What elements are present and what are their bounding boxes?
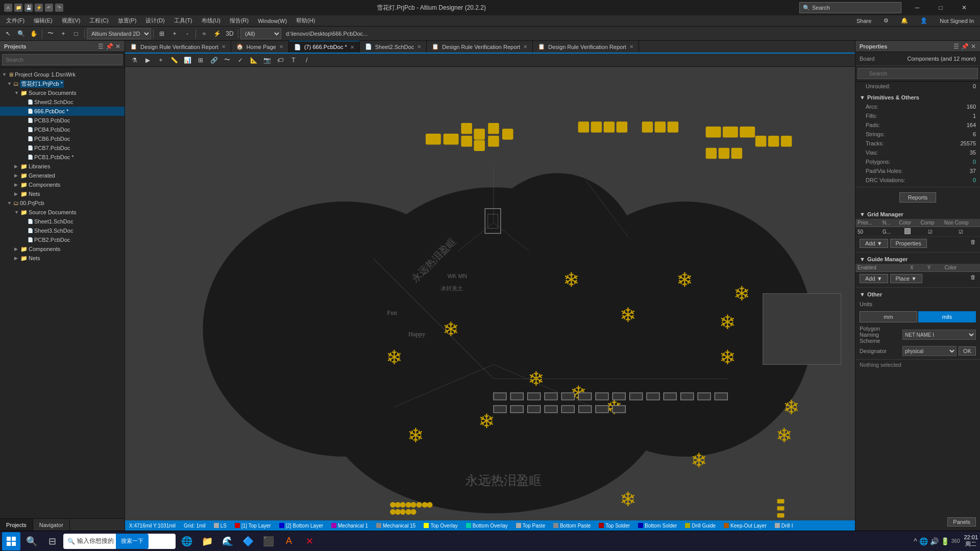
toolbar-zoom-btn[interactable]: 🔍	[15, 28, 27, 40]
menu-tools[interactable]: 工具(T)	[170, 15, 197, 27]
mils-button[interactable]: mils	[918, 311, 976, 322]
draw-icon[interactable]: /	[301, 54, 313, 66]
layer-ls[interactable]: LS	[214, 523, 227, 529]
taskbar-search-button[interactable]: 搜索一下	[116, 534, 149, 549]
menu-window[interactable]: Window(W)	[254, 15, 291, 27]
cursor-icon[interactable]: +	[155, 54, 167, 66]
toolbar-place-btn[interactable]: +	[57, 28, 69, 40]
layer-top-solder[interactable]: Top Solder	[599, 523, 630, 529]
guide-manager-header[interactable]: ▼ Guide Manager	[855, 255, 980, 264]
toolbar-icon-4[interactable]: ↶	[45, 4, 53, 12]
tree-item-components-2[interactable]: ▶ 📁 Components	[0, 244, 125, 254]
panels-button[interactable]: Panels	[947, 517, 976, 527]
layer-top-overlay[interactable]: Top Overlay	[424, 523, 457, 529]
tree-item-nets-1[interactable]: ▶ 📁 Nets	[0, 189, 125, 198]
tab-drc-3[interactable]: 📋 Design Rule Verification Report ✕	[533, 41, 639, 53]
tree-item-pcb2[interactable]: ▶ 📄 PCB2.PcbDoc	[0, 235, 125, 244]
layer-bottom[interactable]: [2] Bottom Layer	[279, 523, 323, 529]
tree-item-pcb1[interactable]: ▶ 📄 PCB1.PcbDoc *	[0, 153, 125, 162]
tray-arrow[interactable]: ^	[914, 537, 917, 545]
play-icon[interactable]: ▶	[141, 54, 154, 66]
notification-icon[interactable]: 🔔	[897, 15, 912, 27]
toolbar-route-btn[interactable]: ≈	[198, 28, 210, 40]
settings-icon[interactable]: ⚙	[879, 15, 893, 27]
tab-drc-1[interactable]: 📋 Design Rule Verification Report ✕	[125, 41, 231, 53]
tab-close-button[interactable]: ✕	[523, 44, 527, 49]
tab-close-button[interactable]: ✕	[350, 44, 354, 50]
layer-bottom-paste[interactable]: Bottom Paste	[553, 523, 591, 529]
toolbar-3d-btn[interactable]: 3D	[224, 28, 236, 40]
drc-icon[interactable]: ✓	[234, 54, 247, 66]
layer-filter-select[interactable]: (All)	[240, 28, 281, 39]
grid-icon[interactable]: ⊞	[194, 54, 207, 66]
layer-drill[interactable]: Drill I	[775, 523, 793, 529]
menu-edit[interactable]: 编辑(E)	[30, 15, 57, 27]
tree-item-source-docs-1[interactable]: ▼ 📁 Source Documents	[0, 88, 125, 97]
toolbar-zoom-out-btn[interactable]: -	[181, 28, 193, 40]
menu-file[interactable]: 文件(F)	[2, 15, 29, 27]
taskbar-icon-explorer[interactable]: 📁	[198, 532, 216, 550]
close-button[interactable]: ✕	[952, 0, 976, 15]
tree-item-pcb7[interactable]: ▶ 📄 PCB7.PcbDoc	[0, 143, 125, 153]
tree-item-pcb6[interactable]: ▶ 📄 PCB6.PcbDoc	[0, 134, 125, 143]
layer-mech15[interactable]: Mechanical 15	[376, 523, 415, 529]
menu-place[interactable]: 放置(P)	[114, 15, 141, 27]
designator-select[interactable]: physical	[902, 346, 957, 356]
panel-menu-icon[interactable]: ☰	[953, 43, 959, 50]
bar-chart-icon[interactable]: 📊	[181, 54, 193, 66]
snap-icon[interactable]: 🔗	[208, 54, 220, 66]
tray-volume[interactable]: 🔊	[930, 537, 939, 545]
label-icon[interactable]: 🏷	[274, 54, 286, 66]
tree-item-sheet2[interactable]: ▶ 📄 Sheet2.SchDoc	[0, 97, 125, 107]
layer-drill-guide[interactable]: Drill Guide	[685, 523, 716, 529]
not-signed-in-label[interactable]: Not Signed In	[936, 15, 978, 27]
camera-icon[interactable]: 📷	[261, 54, 273, 66]
props-search-input[interactable]	[857, 68, 978, 79]
windows-start-button[interactable]	[2, 532, 20, 550]
tree-item-sheet3[interactable]: ▶ 📄 Sheet3.SchDoc	[0, 226, 125, 235]
reports-button[interactable]: Reports	[899, 192, 937, 203]
toolbar-icon-5[interactable]: ↷	[55, 4, 63, 12]
panel-tab-projects[interactable]: Projects	[0, 519, 33, 531]
route-icon[interactable]: 〜	[221, 54, 233, 66]
filter-icon[interactable]: ⚗	[128, 54, 140, 66]
ok-button[interactable]: OK	[959, 346, 976, 356]
toolbar-zoom-all-btn[interactable]: ⊞	[156, 28, 168, 40]
tray-360[interactable]: 360	[951, 538, 960, 544]
tree-item-group[interactable]: ▼ 🖥 Project Group 1.DsnWrk	[0, 70, 125, 79]
grid-properties-button[interactable]: Properties	[890, 239, 927, 248]
menu-reports[interactable]: 报告(R)	[226, 15, 253, 27]
tree-item-libraries[interactable]: ▶ 📁 Libraries	[0, 162, 125, 171]
tab-close-button[interactable]: ✕	[279, 44, 283, 49]
tray-network[interactable]: 🌐	[919, 537, 928, 545]
guide-place-button[interactable]: Place ▼	[890, 274, 922, 283]
toolbar-fan-btn[interactable]: ⚡	[211, 28, 223, 40]
guide-delete-icon[interactable]: 🗑	[970, 274, 976, 283]
grid-manager-header[interactable]: ▼ Grid Manager	[855, 210, 980, 219]
tab-close-button[interactable]: ✕	[222, 44, 226, 49]
tree-item-pcb3[interactable]: ▶ 📄 PCB3.PcbDoc	[0, 116, 125, 125]
taskbar-icon-chrome[interactable]: 🌐	[178, 532, 196, 550]
tree-item-nets-2[interactable]: ▶ 📁 Nets	[0, 254, 125, 263]
layer-keepout[interactable]: Keep-Out Layer	[724, 523, 767, 529]
tree-item-pcb4[interactable]: ▶ 📄 PCB4.PcbDoc	[0, 125, 125, 134]
project-search-input[interactable]	[2, 54, 122, 65]
primitives-header[interactable]: ▼ Primitives & Others	[855, 93, 980, 102]
menu-design[interactable]: 设计(D)	[141, 15, 168, 27]
ruler-icon[interactable]: 📏	[168, 54, 180, 66]
grid-add-button[interactable]: Add ▼	[860, 239, 888, 248]
tree-item-project2[interactable]: ▼ 🗂 00.PrjPcb	[0, 198, 125, 208]
tab-sheet2[interactable]: 📄 Sheet2.SchDoc ✕	[360, 41, 427, 53]
taskbar-icon-terminal[interactable]: ⬛	[259, 532, 278, 550]
taskbar-icon-vs[interactable]: 🔷	[239, 532, 257, 550]
tab-close-button[interactable]: ✕	[417, 44, 421, 49]
taskbar-icon-altium[interactable]: A	[280, 532, 298, 550]
toolbar-icon-2[interactable]: 💾	[24, 4, 33, 12]
polygon-naming-select[interactable]: NET NAME I	[902, 330, 976, 340]
text-icon[interactable]: T	[287, 54, 300, 66]
title-search-box[interactable]: 🔍 Search	[799, 2, 901, 13]
layer-mech1[interactable]: Mechanical 1	[331, 523, 368, 529]
taskbar-icon-taskview[interactable]: ⊟	[43, 532, 61, 550]
tab-homepage[interactable]: 🏠 Home Page ✕	[231, 41, 289, 53]
toolbar-select-btn[interactable]: ↖	[2, 28, 14, 40]
